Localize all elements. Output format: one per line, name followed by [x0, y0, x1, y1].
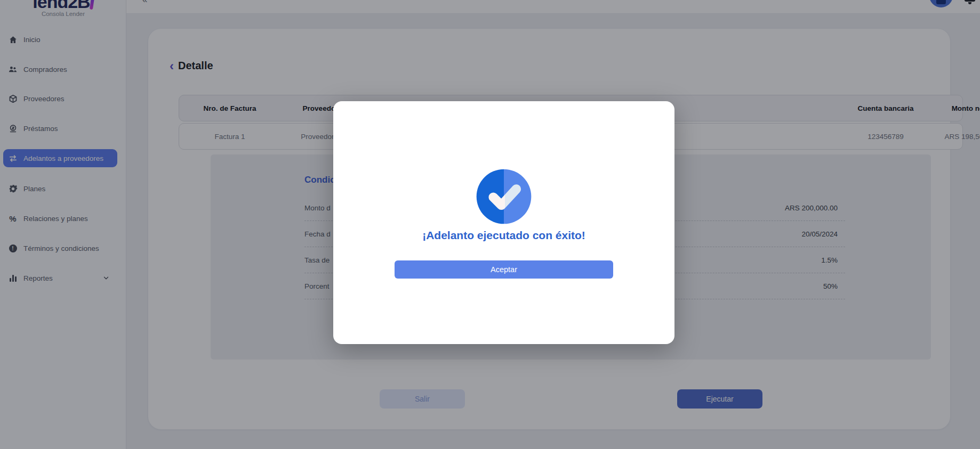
aceptar-button[interactable]: Aceptar	[395, 260, 613, 279]
success-modal: ¡Adelanto ejecutado con éxito! Aceptar	[333, 101, 674, 344]
success-check-icon	[474, 167, 534, 226]
modal-title: ¡Adelanto ejecutado con éxito!	[333, 229, 674, 242]
